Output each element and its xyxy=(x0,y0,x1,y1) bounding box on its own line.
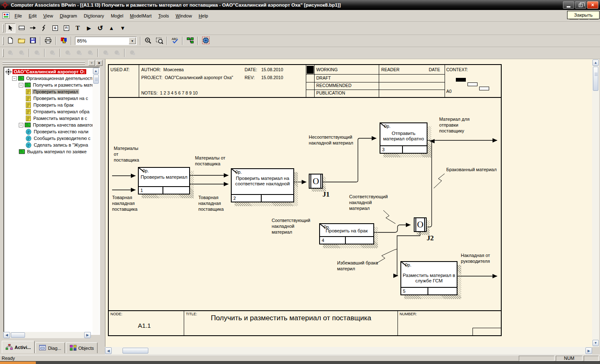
activity-box-4[interactable]: 0р.Проверить на брак4 xyxy=(319,223,374,244)
diagram-scroll-left-button[interactable]: ◀ xyxy=(105,347,112,354)
menu-tools[interactable]: Tools xyxy=(155,12,172,20)
open-button[interactable] xyxy=(16,36,27,46)
referent-tool[interactable]: R xyxy=(61,23,72,33)
arrow-label[interactable]: Накладная от руководителя xyxy=(461,252,490,264)
spellcheck-button[interactable]: ABC xyxy=(170,36,180,46)
menu-help[interactable]: Help xyxy=(195,12,212,20)
tree-item[interactable]: Разместить материал в с xyxy=(5,115,100,122)
report-web-button[interactable] xyxy=(200,36,211,46)
pointer-tool[interactable] xyxy=(5,23,15,33)
tree-item[interactable]: ОАО"Сахалинский аэропорт О: xyxy=(5,68,100,75)
tree-scroll-up-button[interactable]: ▲ xyxy=(93,68,99,74)
page-down-tool[interactable]: ▼ xyxy=(118,23,128,33)
zoom-combo-dropdown-button[interactable]: ▼ xyxy=(129,37,136,44)
activity-title: Проверить на брак xyxy=(321,228,372,234)
tab-diag[interactable]: Diag... xyxy=(35,342,65,353)
menu-model[interactable]: Model xyxy=(108,12,127,20)
document-icon[interactable] xyxy=(2,12,10,19)
color-button[interactable] xyxy=(58,36,69,46)
squiggle-tool[interactable] xyxy=(39,23,49,33)
tree-item[interactable]: Выдать материал по заявке xyxy=(5,148,100,155)
zoom-in-button[interactable] xyxy=(143,36,153,46)
zoom-area-button[interactable] xyxy=(154,36,165,46)
panel-close-button[interactable]: × xyxy=(96,60,102,66)
tree-hscroll-thumb[interactable] xyxy=(11,332,25,338)
tree-expander-icon[interactable]: − xyxy=(19,123,23,127)
tree-expander-icon[interactable]: − xyxy=(19,83,23,87)
arrow-label[interactable]: Материалы от поставщика xyxy=(195,155,225,167)
new-button[interactable] xyxy=(5,36,15,46)
arrow-label[interactable]: Материалы от поставщика xyxy=(114,145,139,163)
restore-button[interactable] xyxy=(575,1,586,9)
tree-item[interactable]: Проверить качество нали xyxy=(5,128,100,135)
arrow-label[interactable]: Избежавший брака материл xyxy=(337,260,378,272)
and-junction-tool[interactable]: & xyxy=(50,23,60,33)
menu-diagram[interactable]: Diagram xyxy=(56,12,80,20)
menu-edit[interactable]: Edit xyxy=(25,12,40,20)
tree-vertical-scrollbar[interactable]: ▲ xyxy=(92,67,99,335)
tree-scroll-left-button[interactable]: ◀ xyxy=(3,332,10,338)
menu-window[interactable]: Window xyxy=(172,12,195,20)
tree-item[interactable]: Сделать запись в "Журна xyxy=(5,142,100,148)
arrow-label[interactable]: Товарная накладная поставщика xyxy=(198,194,224,212)
activity-box-3[interactable]: 0р.Отправить материал обратно3 xyxy=(380,122,428,154)
arrow-label[interactable]: Материал для отправки поставщику xyxy=(439,116,470,134)
go-parent-tool[interactable]: ↺ xyxy=(95,23,105,33)
minimize-button[interactable] xyxy=(563,1,574,9)
menu-modelmart[interactable]: ModelMart xyxy=(127,12,155,20)
toolbar-separator xyxy=(182,37,183,45)
status-text: Ready xyxy=(0,356,519,361)
diagram-scroll-down-button[interactable]: ▼ xyxy=(592,340,599,346)
activity-box-5[interactable]: 0р.Разместить материал в службе ГСМ5 xyxy=(400,261,458,295)
activity-title: Разместить материал в службе ГСМ xyxy=(402,273,456,284)
objects-icon xyxy=(70,345,77,352)
tree-item[interactable]: Проверить материал xyxy=(5,88,100,95)
diagram-scroll-up-button[interactable]: ▲ xyxy=(592,60,599,66)
tree-item[interactable]: −Получить и разместить мате xyxy=(5,82,100,88)
arrow-label[interactable]: Бракованный материал xyxy=(446,167,497,172)
arrow-label[interactable]: Товарная накладная поставщика xyxy=(112,194,138,212)
close-button[interactable]: × xyxy=(587,1,598,9)
model-explorer-button[interactable] xyxy=(185,36,195,46)
junction-2[interactable]: O xyxy=(414,217,427,232)
drill-down-tool[interactable]: ▶ xyxy=(84,23,94,33)
arrow-label[interactable]: Соответствующий накладной материал xyxy=(349,194,388,211)
page-up-tool[interactable]: ▲ xyxy=(106,23,117,33)
tree-scroll-thumb[interactable] xyxy=(93,75,99,84)
tree-scroll-right-button[interactable]: ▶ xyxy=(84,332,91,338)
tab-objects[interactable]: Objects xyxy=(66,342,98,353)
junction-glyph: O xyxy=(312,176,319,187)
tree-item[interactable]: Проверить на брак xyxy=(5,102,100,108)
diagrams-icon xyxy=(39,345,46,352)
tree-expander-icon[interactable]: − xyxy=(12,76,17,81)
junction-1[interactable]: O xyxy=(309,174,323,189)
menu-view[interactable]: View xyxy=(40,12,57,20)
menu-dictionary[interactable]: Dictionary xyxy=(80,12,108,20)
diagram-horizontal-scrollbar[interactable]: ◀ ▶ xyxy=(105,347,592,354)
activity-box-2[interactable]: 0р.Проверить материал на соответствие на… xyxy=(231,168,294,202)
tree-item-label: ОАО"Сахалинский аэропорт О: xyxy=(12,69,86,74)
tree-item[interactable]: Сообщить руководителю с xyxy=(5,135,100,142)
arrow-label[interactable]: Соответствующий накладной материал xyxy=(272,217,310,235)
diagram-scroll-right-button[interactable]: ▶ xyxy=(585,347,592,354)
tree-item[interactable]: Проверить материал на с xyxy=(5,95,100,102)
diagram-vertical-scrollbar[interactable]: ▲ ▼ xyxy=(592,59,599,347)
tab-activi[interactable]: Activi... xyxy=(2,341,35,353)
panel-dropdown-button[interactable]: ▼ xyxy=(88,60,95,66)
arrow-tool[interactable] xyxy=(28,23,38,33)
tree-item[interactable]: −Организационная деятельность xyxy=(5,75,100,82)
diagram-hscroll-thumb[interactable] xyxy=(122,348,148,354)
tree-horizontal-scrollbar[interactable]: ◀ ▶ xyxy=(3,332,91,338)
diagram-vscroll-thumb[interactable] xyxy=(593,67,598,91)
zoom-combo[interactable]: 85%▼ xyxy=(75,37,137,45)
text-tool[interactable]: T xyxy=(72,23,83,33)
menu-file[interactable]: File xyxy=(11,12,25,20)
print-button[interactable] xyxy=(43,36,53,46)
arrow-label[interactable]: Несоответствующий накладной материал xyxy=(309,134,353,146)
activity-box-tool[interactable] xyxy=(16,23,27,33)
save-button[interactable] xyxy=(28,36,38,46)
tree-item[interactable]: −Проверить качества авиатоп xyxy=(5,122,100,128)
activity-box-1[interactable]: 0р.Проверить материал1 xyxy=(138,167,190,194)
panel-gripper[interactable] xyxy=(2,61,85,62)
tree-item[interactable]: Отправить материал обра xyxy=(5,108,100,115)
